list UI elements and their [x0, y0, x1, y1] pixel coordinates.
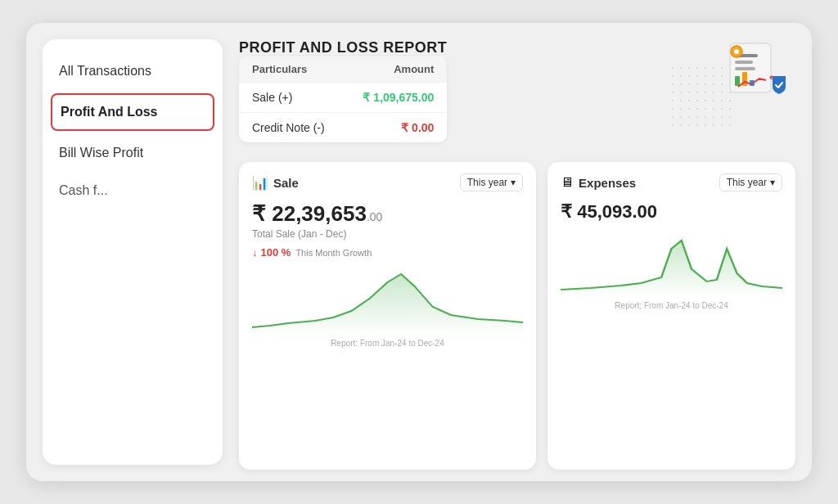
main-content: PROFIT AND LOSS REPORT Particulars Amoun… — [223, 23, 812, 481]
sidebar-item-all-transactions[interactable]: All Transactions — [43, 52, 223, 90]
sidebar-item-bill-wise[interactable]: Bill Wise Profit — [43, 134, 223, 172]
col-particulars: Particulars — [252, 63, 394, 75]
sale-amount-display: ₹ 22,39,653.00 — [252, 201, 523, 227]
sale-card: 📊 Sale This year ▾ ₹ 22,39,653.00 Total … — [239, 162, 536, 470]
sale-icon: 📊 — [252, 175, 268, 191]
report-icon-area — [722, 39, 795, 101]
growth-pct: 100 % — [261, 246, 291, 259]
cards-area: 📊 Sale This year ▾ ₹ 22,39,653.00 Total … — [239, 162, 795, 481]
expense-chart-area: Report: From Jan-24 to Dec-24 — [561, 224, 782, 458]
report-title: PROFIT AND LOSS REPORT — [239, 39, 447, 56]
expense-chart-label: Report: From Jan-24 to Dec-24 — [561, 301, 782, 310]
sale-card-header: 📊 Sale This year ▾ — [252, 173, 523, 191]
sale-year-dropdown[interactable]: This year ▾ — [460, 173, 523, 191]
expense-icon: 🖥 — [561, 175, 574, 190]
sale-chart-svg — [252, 262, 523, 335]
expense-card-header: 🖥 Expenses This year ▾ — [561, 173, 782, 191]
sale-amount: ₹ 1,09,675.00 — [363, 91, 434, 104]
chevron-down-icon: ▾ — [511, 177, 516, 188]
expense-card-title: Expenses — [579, 176, 636, 190]
col-amount: Amount — [394, 63, 434, 75]
credit-label: Credit Note (-) — [252, 121, 401, 134]
credit-amount: ₹ 0.00 — [401, 121, 434, 134]
expense-year-dropdown[interactable]: This year ▾ — [719, 173, 782, 191]
svg-point-8 — [734, 49, 739, 54]
svg-rect-4 — [735, 76, 740, 86]
report-left: PROFIT AND LOSS REPORT Particulars Amoun… — [239, 39, 447, 154]
table-header: Particulars Amount — [239, 56, 447, 83]
chevron-down-icon-expense: ▾ — [770, 177, 775, 188]
svg-rect-3 — [735, 67, 755, 70]
expense-card: 🖥 Expenses This year ▾ ₹ 45,093.00 — [547, 162, 795, 470]
table-row-credit[interactable]: Credit Note (-) ₹ 0.00 — [239, 113, 447, 142]
sale-card-title: Sale — [273, 176, 299, 190]
report-table: Particulars Amount Sale (+) ₹ 1,09,675.0… — [239, 56, 447, 142]
expense-amount-display: ₹ 45,093.00 — [561, 201, 782, 223]
growth-label: This Month Growth — [295, 248, 372, 258]
sidebar: All Transactions Profit And Loss Bill Wi… — [43, 39, 223, 465]
svg-rect-2 — [735, 61, 753, 64]
sale-subtitle: Total Sale (Jan - Dec) — [252, 228, 523, 240]
expense-chart-svg — [561, 224, 782, 298]
sidebar-item-cash-flow[interactable]: Cash f... — [43, 172, 223, 209]
sale-chart-label: Report: From Jan-24 to Dec-24 — [252, 339, 523, 348]
sale-label: Sale (+) — [252, 91, 363, 104]
growth-down-icon: ↓ — [252, 246, 258, 259]
sidebar-item-profit-loss[interactable]: Profit And Loss — [51, 93, 214, 131]
sale-title-row: 📊 Sale — [252, 175, 299, 191]
table-row-sale[interactable]: Sale (+) ₹ 1,09,675.00 — [239, 83, 447, 113]
growth-row: ↓ 100 % This Month Growth — [252, 246, 523, 259]
expense-title-row: 🖥 Expenses — [561, 175, 636, 190]
sale-chart-area: Report: From Jan-24 to Dec-24 — [252, 262, 523, 458]
report-illustration — [722, 39, 795, 101]
